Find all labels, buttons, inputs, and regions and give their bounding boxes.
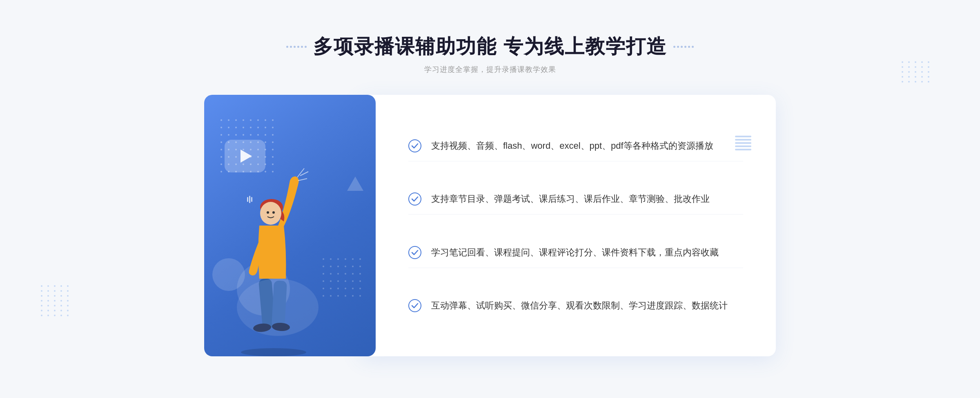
page-dots-left (41, 285, 70, 316)
page-dots-right (902, 61, 931, 83)
feature-text-2: 支持章节目录、弹题考试、课后练习、课后作业、章节测验、批改作业 (431, 192, 710, 206)
feature-item-2: 支持章节目录、弹题考试、课后练习、课后作业、章节测验、批改作业 (408, 183, 743, 215)
check-icon-4 (408, 299, 421, 312)
subtitle: 学习进度全掌握，提升录播课教学效果 (286, 65, 693, 74)
svg-point-13 (409, 140, 421, 152)
feature-item-3: 学习笔记回看、课程提问、课程评论打分、课件资料下载，重点内容收藏 (408, 237, 743, 268)
page-wrapper: 多项录播课辅助功能 专为线上教学打造 学习进度全掌握，提升录播课教学效果 » (0, 0, 980, 398)
svg-point-16 (409, 300, 421, 312)
feature-item-1: 支持视频、音频、flash、word、excel、ppt、pdf等各种格式的资源… (408, 130, 743, 161)
decorator-dots-right (673, 46, 694, 48)
svg-point-0 (241, 348, 306, 356)
svg-point-6 (260, 202, 281, 225)
content-card: 支持视频、音频、flash、word、excel、ppt、pdf等各种格式的资源… (359, 95, 776, 356)
svg-point-7 (267, 211, 269, 214)
triangle-decor (347, 177, 363, 191)
header-decorators: 多项录播课辅助功能 专为线上教学打造 (286, 34, 693, 60)
content-area: » (204, 95, 776, 356)
stripe-decor (735, 136, 751, 150)
header-section: 多项录播课辅助功能 专为线上教学打造 学习进度全掌握，提升录播课教学效果 (286, 34, 693, 74)
svg-point-8 (272, 211, 275, 214)
svg-point-14 (409, 193, 421, 205)
svg-line-9 (297, 168, 304, 177)
feature-text-1: 支持视频、音频、flash、word、excel、ppt、pdf等各种格式的资源… (431, 139, 713, 153)
main-title: 多项录播课辅助功能 专为线上教学打造 (313, 34, 666, 60)
feature-item-4: 互动弹幕、试听购买、微信分享、观看次数限制、学习进度跟踪、数据统计 (408, 290, 743, 321)
check-icon-1 (408, 139, 421, 152)
feature-text-4: 互动弹幕、试听购买、微信分享、观看次数限制、学习进度跟踪、数据统计 (431, 298, 728, 313)
person-illustration (216, 144, 331, 356)
check-icon-3 (408, 246, 421, 259)
decorator-dots-left (286, 46, 307, 48)
feature-text-3: 学习笔记回看、课程提问、课程评论打分、课件资料下载，重点内容收藏 (431, 245, 719, 259)
svg-point-15 (409, 246, 421, 259)
svg-line-11 (298, 179, 307, 181)
svg-point-12 (237, 279, 318, 336)
illustration-card (204, 95, 376, 356)
check-icon-2 (408, 192, 421, 206)
